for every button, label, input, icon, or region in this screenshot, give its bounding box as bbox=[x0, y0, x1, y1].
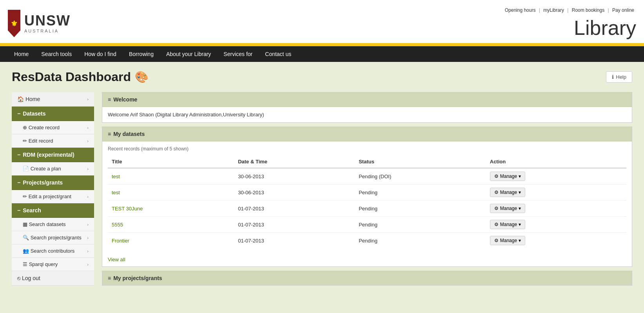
chevron-icon: › bbox=[87, 139, 89, 143]
sidebar-item-edit-project[interactable]: ✏ Edit a project/grant › bbox=[12, 190, 94, 203]
nav-item-contact-us[interactable]: Contact us bbox=[259, 46, 298, 62]
dropdown-arrow: ▾ bbox=[519, 222, 521, 227]
gear-icon: ⚙ bbox=[494, 238, 499, 243]
sidebar-item-search-datasets[interactable]: ▦ Search datasets › bbox=[12, 218, 94, 231]
main-area: ResData Dashboard 🎨 ℹ Help 🏠 Home › bbox=[0, 62, 644, 313]
sidebar-section-datasets[interactable]: − Datasets bbox=[12, 107, 94, 121]
manage-button[interactable]: ⚙ Manage ▾ bbox=[490, 188, 525, 197]
pay-online-link[interactable]: Pay online bbox=[612, 7, 634, 13]
help-button[interactable]: ℹ Help bbox=[606, 71, 632, 83]
list-icon: ≡ bbox=[108, 131, 111, 137]
chevron-icon: › bbox=[87, 262, 89, 267]
sidebar: 🏠 Home › − Datasets ⊕ Create record › bbox=[12, 92, 94, 286]
dropdown-arrow: ▾ bbox=[519, 238, 521, 243]
row-status: Pending bbox=[355, 233, 486, 249]
chevron-icon: › bbox=[87, 125, 89, 130]
row-action: ⚙ Manage ▾ bbox=[486, 217, 626, 233]
mylibrary-link[interactable]: myLibrary bbox=[543, 7, 564, 13]
nav-item-home[interactable]: Home bbox=[8, 46, 35, 62]
manage-button[interactable]: ⚙ Manage ▾ bbox=[490, 220, 525, 229]
library-title: Library bbox=[503, 16, 636, 40]
row-date: 01-07-2013 bbox=[234, 233, 355, 249]
chevron-icon: › bbox=[87, 97, 89, 101]
minus-icon: − bbox=[17, 179, 20, 186]
welcome-header: ≡ Welcome bbox=[102, 92, 632, 107]
sidebar-item-sparql[interactable]: ☰ Sparql query › bbox=[12, 258, 94, 271]
chevron-icon: › bbox=[87, 235, 89, 240]
datasets-body: Recent records (maximum of 5 shown) Titl… bbox=[102, 141, 632, 253]
group-icon: 👥 bbox=[23, 248, 31, 254]
view-all-area: View all bbox=[102, 253, 632, 266]
row-title: TEST 30June bbox=[108, 201, 234, 217]
sidebar-item-search-projects[interactable]: 🔍 Search projects/grants › bbox=[12, 231, 94, 244]
unsw-text: UNSW bbox=[24, 14, 71, 28]
table-row: test30-06-2013Pending⚙ Manage ▾ bbox=[108, 185, 626, 201]
sparql-icon: ☰ bbox=[23, 261, 29, 267]
top-links: Opening hours | myLibrary | Room booking… bbox=[503, 7, 636, 13]
datasets-table: Title Date & Time Status Action test30-0… bbox=[108, 156, 626, 248]
sidebar-item-home[interactable]: 🏠 Home › bbox=[12, 92, 94, 107]
view-all-link[interactable]: View all bbox=[108, 257, 125, 262]
plus-circle-icon: ⊕ bbox=[23, 125, 29, 130]
datasets-header: ≡ My datasets bbox=[102, 127, 632, 141]
minus-icon: − bbox=[17, 152, 20, 158]
col-datetime: Date & Time bbox=[234, 156, 355, 168]
row-title: 5555 bbox=[108, 217, 234, 233]
sidebar-item-search-contributors[interactable]: 👥 Search contributors › bbox=[12, 244, 94, 258]
row-status: Pending bbox=[355, 185, 486, 201]
chevron-icon: › bbox=[87, 249, 89, 253]
row-date: 30-06-2013 bbox=[234, 185, 355, 201]
list-icon: ≡ bbox=[108, 275, 111, 281]
room-bookings-link[interactable]: Room bookings bbox=[572, 7, 604, 13]
header: ⚜ UNSW AUSTRALIA Opening hours | myLibra… bbox=[0, 0, 644, 43]
opening-hours-link[interactable]: Opening hours bbox=[505, 7, 536, 13]
logo-area: ⚜ UNSW AUSTRALIA bbox=[8, 8, 71, 39]
row-title: test bbox=[108, 185, 234, 201]
row-action: ⚙ Manage ▾ bbox=[486, 233, 626, 249]
nav-item-services-for[interactable]: Services for bbox=[217, 46, 259, 62]
file-icon: 📄 bbox=[23, 166, 31, 172]
row-date: 30-06-2013 bbox=[234, 168, 355, 185]
sidebar-item-logout[interactable]: ⎋ Log out bbox=[12, 271, 94, 286]
header-right: Opening hours | myLibrary | Room booking… bbox=[503, 7, 636, 40]
sidebar-section-projects[interactable]: − Projects/grants bbox=[12, 175, 94, 190]
table-row: 555501-07-2013Pending⚙ Manage ▾ bbox=[108, 217, 626, 233]
table-row: TEST 30June01-07-2013Pending⚙ Manage ▾ bbox=[108, 201, 626, 217]
pencil-icon: ✏ bbox=[23, 138, 29, 144]
manage-button[interactable]: ⚙ Manage ▾ bbox=[490, 172, 525, 181]
chevron-icon: › bbox=[87, 222, 89, 227]
edit-icon: ✏ bbox=[23, 194, 29, 199]
page-title: ResData Dashboard bbox=[12, 70, 131, 84]
paint-icon: 🎨 bbox=[135, 71, 149, 83]
manage-button[interactable]: ⚙ Manage ▾ bbox=[490, 236, 525, 245]
row-title: test bbox=[108, 168, 234, 185]
nav-item-how-do-i-find[interactable]: How do I find bbox=[78, 46, 123, 62]
my-datasets-section: ≡ My datasets Recent records (maximum of… bbox=[102, 127, 632, 267]
accent-bar bbox=[0, 43, 644, 46]
sidebar-item-create-plan[interactable]: 📄 Create a plan › bbox=[12, 162, 94, 175]
row-date: 01-07-2013 bbox=[234, 201, 355, 217]
my-projects-section: ≡ My projects/grants bbox=[102, 271, 632, 286]
gear-icon: ⚙ bbox=[494, 174, 499, 179]
table-row: test30-06-2013Pending (DOI)⚙ Manage ▾ bbox=[108, 168, 626, 185]
nav-item-about-library[interactable]: About your Library bbox=[160, 46, 217, 62]
chevron-icon: › bbox=[87, 166, 89, 171]
logout-icon: ⎋ bbox=[17, 275, 22, 281]
manage-button[interactable]: ⚙ Manage ▾ bbox=[490, 204, 525, 213]
sidebar-item-edit-record[interactable]: ✏ Edit record › bbox=[12, 134, 94, 148]
nav-item-borrowing[interactable]: Borrowing bbox=[123, 46, 160, 62]
help-button-label: Help bbox=[616, 74, 626, 80]
nav-item-search-tools[interactable]: Search tools bbox=[35, 46, 78, 62]
sidebar-section-rdm[interactable]: − RDM (experimental) bbox=[12, 148, 94, 162]
shield-icon: ⚜ bbox=[8, 10, 20, 37]
sidebar-section-search[interactable]: − Search bbox=[12, 203, 94, 218]
main-panel: ≡ Welcome Welcome Arif Shaon (Digital Li… bbox=[102, 92, 632, 286]
content-row: 🏠 Home › − Datasets ⊕ Create record › bbox=[12, 92, 632, 286]
row-status: Pending bbox=[355, 217, 486, 233]
unsw-sub: AUSTRALIA bbox=[24, 29, 71, 33]
list-icon: ≡ bbox=[108, 96, 111, 103]
table-row: Frontier01-07-2013Pending⚙ Manage ▾ bbox=[108, 233, 626, 249]
row-action: ⚙ Manage ▾ bbox=[486, 185, 626, 201]
sidebar-item-create-record[interactable]: ⊕ Create record › bbox=[12, 121, 94, 134]
page-title-row: ResData Dashboard 🎨 ℹ Help bbox=[12, 70, 632, 84]
